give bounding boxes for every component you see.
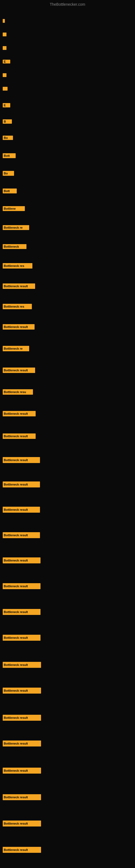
- bar-label-21: Bottleneck result: [4, 369, 28, 372]
- bar-item-40: Bottleneck result: [3, 847, 41, 853]
- bar-item-35: Bottleneck result: [3, 715, 41, 721]
- bar-label-18: Bottleneck res: [4, 305, 24, 308]
- bar-label-34: Bottleneck result: [4, 689, 28, 692]
- bar-item-7: E: [3, 103, 10, 107]
- bar-item-23: Bottleneck result: [3, 411, 36, 416]
- bar-item-3: [3, 46, 6, 50]
- bar-label-13: Bottlene: [4, 207, 16, 210]
- bar-label-38: Bottleneck result: [4, 796, 28, 799]
- bar-item-39: Bottleneck result: [3, 820, 41, 827]
- bar-item-27: Bottleneck result: [3, 507, 40, 513]
- bar-label-29: Bottleneck result: [4, 559, 28, 562]
- chart-area: TheBottlenecker.com EEBBoBottBoBottBottl…: [0, 0, 135, 868]
- bar-label-12: Bott: [4, 189, 10, 193]
- bar-label-7: E: [4, 104, 6, 107]
- bar-label-10: Bott: [4, 154, 10, 157]
- bar-label-33: Bottleneck result: [4, 663, 28, 666]
- bar-label-40: Bottleneck result: [4, 848, 28, 851]
- bar-item-1: [3, 19, 5, 23]
- bar-label-16: Bottleneck res: [4, 264, 24, 268]
- bar-item-6: [3, 87, 8, 91]
- bar-label-20: Bottleneck re: [4, 347, 23, 350]
- bar-label-28: Bottleneck result: [4, 533, 28, 537]
- bar-label-11: Bo: [4, 172, 8, 175]
- bar-item-21: Bottleneck result: [3, 368, 35, 373]
- bar-item-13: Bottlene: [3, 206, 25, 211]
- bar-label-14: Bottleneck re: [4, 226, 23, 229]
- bar-item-16: Bottleneck res: [3, 263, 32, 269]
- bar-label-8: B: [4, 120, 6, 123]
- bar-item-25: Bottleneck result: [3, 457, 40, 463]
- bar-label-17: Bottleneck result: [4, 284, 28, 288]
- bar-label-9: Bo: [4, 136, 8, 140]
- bar-item-33: Bottleneck result: [3, 662, 41, 668]
- bar-label-15: Bottleneck: [4, 245, 19, 248]
- bar-item-24: Bottleneck result: [3, 433, 36, 439]
- bar-item-10: Bott: [3, 153, 16, 158]
- bar-label-31: Bottleneck result: [4, 610, 28, 614]
- bar-item-19: Bottleneck result: [3, 324, 35, 330]
- bar-item-15: Bottleneck: [3, 244, 27, 249]
- bar-label-19: Bottleneck result: [4, 325, 28, 329]
- bar-item-9: Bo: [3, 135, 13, 140]
- bar-item-28: Bottleneck result: [3, 532, 40, 538]
- bar-item-31: Bottleneck result: [3, 609, 41, 615]
- bar-item-8: B: [3, 119, 12, 124]
- bar-label-39: Bottleneck result: [4, 822, 28, 825]
- bar-item-36: Bottleneck result: [3, 741, 41, 746]
- bar-label-27: Bottleneck result: [4, 508, 28, 511]
- bar-label-4: E: [4, 60, 6, 63]
- bar-item-30: Bottleneck result: [3, 583, 41, 589]
- bar-item-38: Bottleneck result: [3, 794, 41, 800]
- bar-item-5: [3, 73, 6, 77]
- bar-item-11: Bo: [3, 171, 14, 176]
- bar-item-20: Bottleneck re: [3, 346, 29, 351]
- bar-label-36: Bottleneck result: [4, 742, 28, 745]
- bar-item-29: Bottleneck result: [3, 557, 41, 563]
- bar-item-18: Bottleneck res: [3, 304, 32, 309]
- bar-item-2: [3, 33, 6, 36]
- site-title: TheBottlenecker.com: [0, 0, 135, 8]
- bar-label-22: Bottleneck resu: [4, 390, 26, 394]
- bar-label-32: Bottleneck result: [4, 636, 28, 639]
- bar-item-32: Bottleneck result: [3, 635, 41, 641]
- bar-item-12: Bott: [3, 188, 17, 193]
- bar-item-37: Bottleneck result: [3, 768, 41, 774]
- bar-label-26: Bottleneck result: [4, 483, 28, 486]
- bar-label-23: Bottleneck result: [4, 412, 28, 415]
- bar-item-34: Bottleneck result: [3, 688, 41, 693]
- bar-item-4: E: [3, 60, 10, 63]
- bar-label-30: Bottleneck result: [4, 585, 28, 588]
- bar-label-25: Bottleneck result: [4, 458, 28, 462]
- bar-item-17: Bottleneck result: [3, 283, 35, 289]
- bar-item-22: Bottleneck resu: [3, 389, 33, 395]
- bar-item-14: Bottleneck re: [3, 225, 29, 230]
- bar-label-37: Bottleneck result: [4, 769, 28, 772]
- bar-label-35: Bottleneck result: [4, 716, 28, 719]
- bar-item-26: Bottleneck result: [3, 482, 40, 488]
- bar-label-24: Bottleneck result: [4, 435, 28, 438]
